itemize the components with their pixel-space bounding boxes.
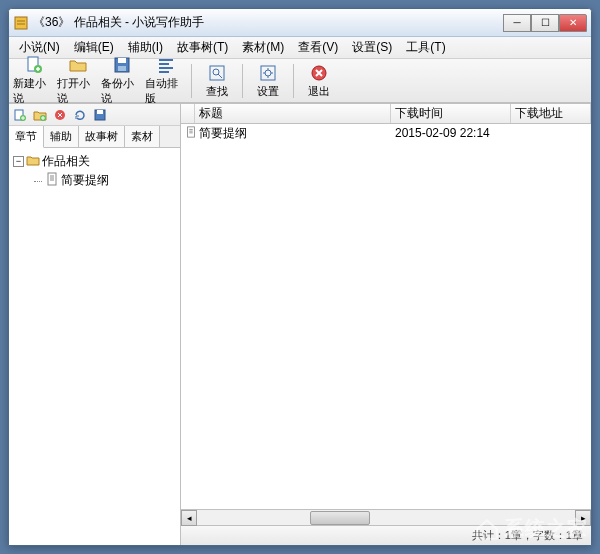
list-body[interactable]: 简要提纲 2015-02-09 22:14 — [181, 124, 591, 509]
list-header: 标题 下载时间 下载地址 — [181, 104, 591, 124]
tree-root[interactable]: − 作品相关 — [13, 152, 176, 171]
svg-rect-4 — [118, 58, 126, 63]
tree-collapse-icon[interactable]: − — [13, 156, 24, 167]
svg-rect-17 — [48, 173, 56, 185]
horizontal-scrollbar[interactable]: ◂ ▸ — [181, 509, 591, 525]
gear-icon — [258, 63, 278, 83]
menu-settings[interactable]: 设置(S) — [346, 37, 398, 58]
folder-open-icon — [68, 55, 88, 75]
main-panel: 标题 下载时间 下载地址 简要提纲 2015-02-09 22:14 ◂ — [181, 104, 591, 545]
tab-assist[interactable]: 辅助 — [44, 126, 79, 147]
toolbar-separator — [293, 64, 294, 98]
exit-icon — [309, 63, 329, 83]
col-title[interactable]: 标题 — [195, 104, 391, 123]
tab-chapter[interactable]: 章节 — [9, 126, 44, 148]
file-new-icon — [24, 55, 44, 75]
minimize-button[interactable]: ─ — [503, 14, 531, 32]
scroll-left-button[interactable]: ◂ — [181, 510, 197, 526]
scroll-right-button[interactable]: ▸ — [575, 510, 591, 526]
exit-button[interactable]: 退出 — [298, 61, 340, 101]
col-url[interactable]: 下载地址 — [511, 104, 591, 123]
row-icon-cell — [181, 126, 195, 141]
status-text: 共计：1章，字数：1章 — [472, 528, 583, 543]
tree-view[interactable]: − 作品相关 简要提纲 — [9, 148, 180, 545]
svg-point-9 — [265, 70, 271, 76]
scroll-thumb[interactable] — [310, 511, 370, 525]
tab-storytree[interactable]: 故事树 — [79, 126, 125, 147]
settings-button[interactable]: 设置 — [247, 61, 289, 101]
tree-child-label: 简要提纲 — [61, 172, 109, 189]
open-novel-button[interactable]: 打开小说 — [57, 61, 99, 101]
svg-rect-16 — [97, 110, 103, 114]
svg-rect-0 — [15, 17, 27, 29]
sidebar: 章节 辅助 故事树 素材 − 作品相关 简要提纲 — [9, 104, 181, 545]
maximize-button[interactable]: ☐ — [531, 14, 559, 32]
save-button[interactable] — [91, 106, 109, 124]
save-icon — [112, 55, 132, 75]
sidebar-toolbar — [9, 104, 180, 126]
find-button[interactable]: 查找 — [196, 61, 238, 101]
titlebar: 《36》 作品相关 - 小说写作助手 ─ ☐ ✕ — [9, 9, 591, 37]
titlebar-text: 《36》 作品相关 - 小说写作助手 — [33, 14, 503, 31]
tree-child[interactable]: 简要提纲 — [13, 171, 176, 190]
search-icon — [207, 63, 227, 83]
align-icon — [156, 55, 176, 75]
svg-rect-5 — [118, 66, 126, 71]
menubar: 小说(N) 编辑(E) 辅助(I) 故事树(T) 素材(M) 查看(V) 设置(… — [9, 37, 591, 59]
tree-root-label: 作品相关 — [42, 153, 90, 170]
delete-button[interactable] — [51, 106, 69, 124]
tab-material[interactable]: 素材 — [125, 126, 160, 147]
auto-format-button[interactable]: 自动排版 — [145, 61, 187, 101]
backup-novel-button[interactable]: 备份小说 — [101, 61, 143, 101]
toolbar: 新建小说 打开小说 备份小说 自动排版 查找 设置 退出 — [9, 59, 591, 103]
folder-open-icon — [26, 153, 40, 170]
statusbar: 共计：1章，字数：1章 — [181, 525, 591, 545]
close-button[interactable]: ✕ — [559, 14, 587, 32]
app-icon — [13, 15, 29, 31]
new-novel-button[interactable]: 新建小说 — [13, 61, 55, 101]
add-folder-button[interactable] — [31, 106, 49, 124]
list-row[interactable]: 简要提纲 2015-02-09 22:14 — [181, 124, 591, 142]
sidebar-tabs: 章节 辅助 故事树 素材 — [9, 126, 180, 148]
content: 章节 辅助 故事树 素材 − 作品相关 简要提纲 — [9, 103, 591, 545]
document-icon — [45, 172, 59, 189]
menu-tools[interactable]: 工具(T) — [400, 37, 451, 58]
row-time: 2015-02-09 22:14 — [391, 126, 511, 140]
menu-material[interactable]: 素材(M) — [236, 37, 290, 58]
col-icon[interactable] — [181, 104, 195, 123]
scroll-track[interactable] — [197, 510, 575, 525]
menu-storytree[interactable]: 故事树(T) — [171, 37, 234, 58]
app-window: 《36》 作品相关 - 小说写作助手 ─ ☐ ✕ 小说(N) 编辑(E) 辅助(… — [8, 8, 592, 546]
row-title: 简要提纲 — [195, 125, 391, 142]
add-chapter-button[interactable] — [11, 106, 29, 124]
svg-rect-18 — [188, 126, 195, 136]
toolbar-separator — [191, 64, 192, 98]
menu-view[interactable]: 查看(V) — [292, 37, 344, 58]
col-time[interactable]: 下载时间 — [391, 104, 511, 123]
refresh-button[interactable] — [71, 106, 89, 124]
toolbar-separator — [242, 64, 243, 98]
window-controls: ─ ☐ ✕ — [503, 14, 587, 32]
